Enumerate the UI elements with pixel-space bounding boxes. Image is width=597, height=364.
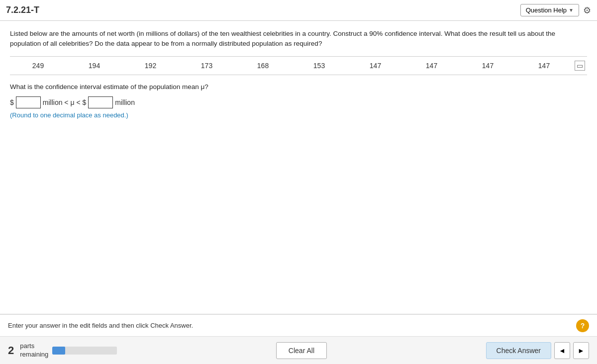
data-cell-6: 147 (347, 62, 403, 70)
data-cell-0: 249 (10, 62, 66, 70)
upper-bound-input[interactable] (88, 96, 113, 108)
gear-button[interactable]: ⚙ (583, 5, 591, 16)
nav-prev-button[interactable]: ◄ (554, 342, 570, 359)
hint-text: (Round to one decimal place as needed.) (10, 111, 587, 119)
nav-next-icon: ► (578, 347, 585, 355)
data-cell-3: 173 (179, 62, 235, 70)
data-cell-8: 147 (460, 62, 516, 70)
nav-next-button[interactable]: ► (573, 342, 589, 359)
help-icon: ? (581, 322, 585, 330)
parts-section: 2 parts remaining (8, 342, 117, 359)
data-cell-4: 168 (235, 62, 291, 70)
input-row: $ million < μ < $ million (10, 96, 587, 108)
currency-prefix-1: $ (10, 98, 14, 106)
parts-label-line2: remaining (20, 351, 48, 359)
instruction-bar: Enter your answer in the edit fields and… (0, 314, 597, 336)
question-label: What is the confidence interval estimate… (10, 83, 587, 91)
data-cell-2: 192 (122, 62, 179, 70)
data-cell-1: 194 (66, 62, 122, 70)
middle-text: million < μ < $ (43, 98, 86, 106)
question-help-label: Question Help (526, 6, 567, 14)
nav-prev-icon: ◄ (559, 347, 566, 355)
clear-all-button[interactable]: Clear All (276, 342, 327, 359)
parts-label-line1: parts (20, 342, 48, 351)
top-bar: 7.2.21-T Question Help ▼ ⚙ (0, 0, 597, 21)
problem-text: Listed below are the amounts of net wort… (10, 29, 587, 49)
parts-number: 2 (8, 344, 14, 357)
lower-bound-input[interactable] (16, 96, 41, 108)
gear-icon: ⚙ (583, 5, 591, 15)
instruction-text: Enter your answer in the edit fields and… (8, 322, 193, 329)
footer-center: Clear All (125, 342, 478, 359)
check-answer-button[interactable]: Check Answer (486, 342, 551, 359)
top-right-controls: Question Help ▼ ⚙ (520, 4, 591, 16)
suffix-million: million (115, 98, 135, 106)
question-help-button[interactable]: Question Help ▼ (520, 4, 579, 16)
footer-bar: 2 parts remaining Clear All Check Answer… (0, 336, 597, 364)
parts-label: parts remaining (20, 342, 48, 359)
progress-bar-container (52, 347, 117, 355)
help-circle-button[interactable]: ? (576, 319, 589, 332)
expand-icon-cell: ▭ (572, 61, 587, 71)
data-cell-5: 153 (291, 62, 347, 70)
expand-table-icon[interactable]: ▭ (575, 61, 585, 71)
problem-id: 7.2.21-T (6, 5, 39, 15)
chevron-down-icon: ▼ (569, 7, 574, 13)
footer-right: Check Answer ◄ ► (486, 342, 589, 359)
data-cell-9: 147 (516, 62, 572, 70)
data-row: 249 194 192 173 168 153 147 147 147 147 … (10, 56, 587, 75)
progress-bar-fill (52, 347, 65, 355)
main-content: Listed below are the amounts of net wort… (0, 21, 597, 314)
data-cell-7: 147 (403, 62, 460, 70)
